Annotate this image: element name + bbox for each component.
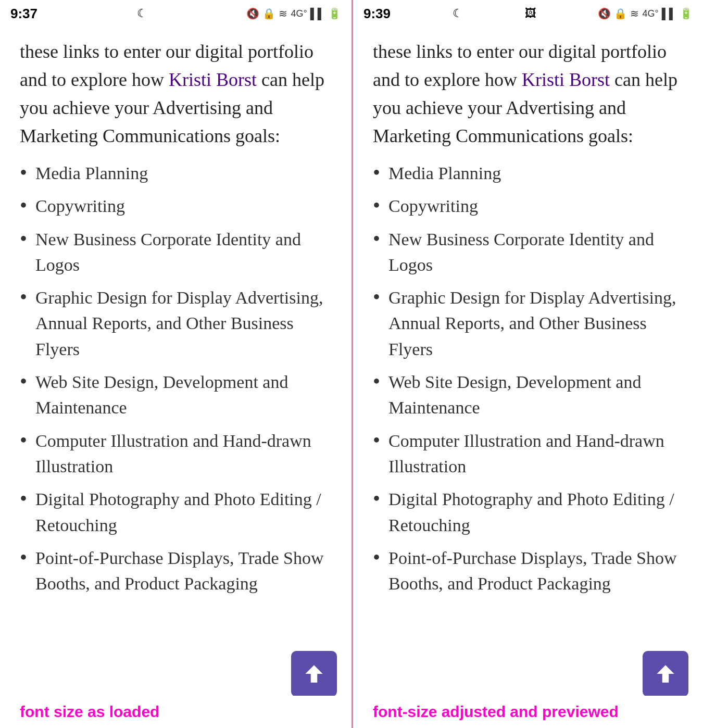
- status-photo-icon: 🖼: [525, 7, 536, 20]
- footer-label-left: font size as loaded: [20, 703, 159, 720]
- right-content: these links to enter our digital portfol…: [353, 27, 703, 656]
- service-text: Web Site Design, Development and Mainten…: [388, 369, 683, 421]
- bullet: •: [20, 285, 27, 310]
- services-list-right: • Media Planning • Copywriting • New Bus…: [373, 160, 683, 596]
- status-moon-right: ☾: [453, 7, 463, 20]
- service-text: Media Planning: [388, 160, 501, 186]
- bullet: •: [20, 545, 27, 570]
- bullet: •: [20, 369, 27, 394]
- bullet: •: [373, 285, 380, 310]
- footer-right: font-size adjusted and previewed: [353, 696, 703, 728]
- mute-icon: 🔇: [246, 7, 259, 20]
- left-panel: 9:37 ☾ 🔇 🔒 ≋ 4G° ▌▌ 🔋 these links to ent…: [0, 0, 352, 728]
- divider-line: [352, 0, 353, 728]
- mute-icon-r: 🔇: [598, 7, 611, 20]
- list-item: • Web Site Design, Development and Maint…: [20, 369, 332, 421]
- list-item: • Graphic Design for Display Advertising…: [20, 285, 332, 362]
- arrow-up-icon: [301, 661, 327, 687]
- right-panel: 9:39 ☾ 🖼 🔇 🔒 ≋ 4G° ▌▌ 🔋 these links to e…: [352, 0, 703, 728]
- list-item: • Digital Photography and Photo Editing …: [20, 486, 332, 538]
- status-moon-left: ☾: [137, 7, 147, 20]
- service-text: New Business Corporate Identity and Logo…: [35, 227, 332, 278]
- wifi-icon: ≋: [279, 7, 287, 20]
- service-text: Point-of-Purchase Displays, Trade Show B…: [35, 545, 332, 597]
- signal-text-r: 4G°: [642, 8, 658, 19]
- battery-icon: 🔋: [328, 7, 341, 20]
- service-text: Point-of-Purchase Displays, Trade Show B…: [388, 545, 683, 597]
- service-text: Web Site Design, Development and Mainten…: [35, 369, 332, 421]
- status-bar-left: 9:37 ☾ 🔇 🔒 ≋ 4G° ▌▌ 🔋: [0, 0, 352, 27]
- footer-left: font size as loaded: [0, 696, 352, 728]
- list-item: • Copywriting: [373, 193, 683, 219]
- signal-bars-r: ▌▌: [662, 8, 676, 20]
- arrow-up-icon-r: [652, 661, 679, 687]
- service-text: Digital Photography and Photo Editing / …: [35, 486, 332, 538]
- bullet: •: [20, 227, 27, 252]
- services-list-left: • Media Planning • Copywriting • New Bus…: [20, 160, 332, 596]
- list-item: • Copywriting: [20, 193, 332, 219]
- footer-label-right: font-size adjusted and previewed: [373, 703, 619, 720]
- wifi-icon-r: ≋: [630, 7, 639, 20]
- list-item: • Media Planning: [20, 160, 332, 186]
- bullet: •: [373, 428, 380, 453]
- signal-text: 4G°: [291, 8, 307, 19]
- service-text: Copywriting: [388, 193, 478, 219]
- bullet: •: [20, 428, 27, 453]
- bullet: •: [20, 160, 27, 185]
- scroll-up-button-left[interactable]: [291, 651, 337, 697]
- service-text: Digital Photography and Photo Editing / …: [388, 486, 683, 538]
- list-item: • Digital Photography and Photo Editing …: [373, 486, 683, 538]
- bullet: •: [373, 369, 380, 394]
- bullet: •: [373, 545, 380, 570]
- bullet: •: [20, 193, 27, 218]
- lock-icon-r: 🔒: [614, 7, 627, 20]
- list-item: • Computer Illustration and Hand-drawn I…: [20, 428, 332, 480]
- service-text: Graphic Design for Display Advertising, …: [35, 285, 332, 362]
- list-item: • Computer Illustration and Hand-drawn I…: [373, 428, 683, 480]
- bullet: •: [373, 486, 380, 511]
- list-item: • Web Site Design, Development and Maint…: [373, 369, 683, 421]
- service-text: Copywriting: [35, 193, 125, 219]
- time-left: 9:37: [10, 6, 37, 22]
- link-right[interactable]: Kristi Borst: [522, 69, 610, 90]
- service-text: Computer Illustration and Hand-drawn Ill…: [35, 428, 332, 480]
- intro-paragraph-right: these links to enter our digital portfol…: [373, 37, 683, 150]
- scroll-up-button-right[interactable]: [643, 651, 688, 697]
- bullet: •: [373, 193, 380, 218]
- service-text: Graphic Design for Display Advertising, …: [388, 285, 683, 362]
- list-item: • Point-of-Purchase Displays, Trade Show…: [373, 545, 683, 597]
- bullet: •: [373, 227, 380, 252]
- service-text: Media Planning: [35, 160, 148, 186]
- status-bar-right: 9:39 ☾ 🖼 🔇 🔒 ≋ 4G° ▌▌ 🔋: [353, 0, 703, 27]
- service-text: Computer Illustration and Hand-drawn Ill…: [388, 428, 683, 480]
- battery-icon-r: 🔋: [680, 7, 693, 20]
- status-icons-right: 🔇 🔒 ≋ 4G° ▌▌ 🔋: [598, 7, 693, 20]
- time-right: 9:39: [363, 6, 391, 22]
- list-item: • Point-of-Purchase Displays, Trade Show…: [20, 545, 332, 597]
- list-item: • Graphic Design for Display Advertising…: [373, 285, 683, 362]
- intro-paragraph-left: these links to enter our digital portfol…: [20, 37, 332, 150]
- bullet: •: [20, 486, 27, 511]
- list-item: • Media Planning: [373, 160, 683, 186]
- bullet: •: [373, 160, 380, 185]
- signal-bars: ▌▌: [310, 8, 325, 20]
- list-item: • New Business Corporate Identity and Lo…: [20, 227, 332, 278]
- list-item: • New Business Corporate Identity and Lo…: [373, 227, 683, 278]
- lock-icon: 🔒: [262, 7, 275, 20]
- service-text: New Business Corporate Identity and Logo…: [388, 227, 683, 278]
- status-icons-left: 🔇 🔒 ≋ 4G° ▌▌ 🔋: [246, 7, 341, 20]
- link-left[interactable]: Kristi Borst: [169, 69, 257, 90]
- left-content: these links to enter our digital portfol…: [0, 27, 352, 656]
